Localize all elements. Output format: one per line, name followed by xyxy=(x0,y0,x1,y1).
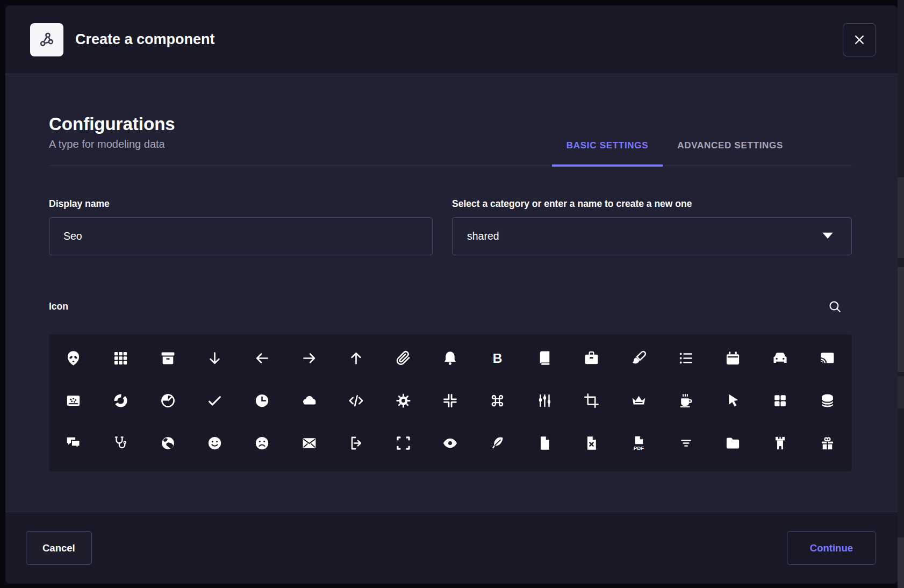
icon-option-apps-icon[interactable] xyxy=(97,337,145,379)
icon-option-crop-icon[interactable] xyxy=(568,379,615,422)
icon-option-database-icon[interactable] xyxy=(803,379,851,422)
icon-option-cast-icon[interactable] xyxy=(803,337,851,379)
icon-option-doctor-icon[interactable] xyxy=(97,422,145,464)
icon-option-cog-icon[interactable] xyxy=(380,379,427,422)
tab-advanced-settings[interactable]: ADVANCED SETTINGS xyxy=(663,140,798,166)
category-select-value: shared xyxy=(467,230,499,242)
search-icon xyxy=(828,299,842,314)
icon-option-eye-icon[interactable] xyxy=(427,422,474,464)
icon-option-calendar-icon[interactable] xyxy=(709,337,757,379)
modal-body: Configurations A type for modeling data … xyxy=(5,74,898,512)
icon-option-check-icon[interactable] xyxy=(191,379,239,422)
category-field-group: Select a category or enter a name to cre… xyxy=(452,198,852,255)
icon-option-alien-icon[interactable] xyxy=(50,337,97,379)
svg-text:PDF: PDF xyxy=(634,445,644,451)
page-title: Configurations xyxy=(49,114,175,134)
icon-option-file-icon[interactable] xyxy=(521,422,568,464)
chevron-down-icon xyxy=(820,231,835,241)
icon-grid: BPDF xyxy=(49,334,852,471)
modal-footer: Cancel Continue xyxy=(5,512,898,584)
icon-option-attachment-icon[interactable] xyxy=(380,337,427,379)
heading-text: Configurations A type for modeling data xyxy=(49,114,175,166)
icon-option-crown-icon[interactable] xyxy=(615,379,663,422)
icon-option-dashboard-icon[interactable] xyxy=(757,379,804,422)
icon-option-folder-icon[interactable] xyxy=(709,422,757,464)
icon-option-chart-bubble-icon[interactable] xyxy=(50,379,97,422)
icon-option-collapse-icon[interactable] xyxy=(427,379,474,422)
icon-option-arrow-down-icon[interactable] xyxy=(191,337,239,379)
icon-option-chart-pie-icon[interactable] xyxy=(144,379,191,422)
component-icon xyxy=(30,23,63,56)
icon-option-bold-icon[interactable]: B xyxy=(474,337,521,379)
category-select[interactable]: shared xyxy=(452,217,852,255)
icon-option-emotion-happy-icon[interactable] xyxy=(191,422,239,464)
category-label: Select a category or enter a name to cre… xyxy=(452,198,852,210)
tab-basic-settings[interactable]: BASIC SETTINGS xyxy=(552,140,663,166)
icon-option-envelop-icon[interactable] xyxy=(285,422,333,464)
icon-option-brush-icon[interactable] xyxy=(615,337,663,379)
close-icon xyxy=(851,32,867,48)
svg-text:B: B xyxy=(493,350,503,365)
icon-label-row: Icon xyxy=(49,299,852,314)
modal-header: Create a component xyxy=(5,5,898,74)
icon-option-car-icon[interactable] xyxy=(757,337,804,379)
display-name-field-group: Display name xyxy=(49,198,433,255)
page-subtitle: A type for modeling data xyxy=(49,138,175,150)
icon-option-cursor-icon[interactable] xyxy=(709,379,757,422)
icon-option-file-pdf-icon[interactable]: PDF xyxy=(615,422,663,464)
icon-option-arrow-left-icon[interactable] xyxy=(239,337,286,379)
icon-option-connector-icon[interactable] xyxy=(521,379,568,422)
tabs: BASIC SETTINGS ADVANCED SETTINGS xyxy=(552,140,798,166)
icon-option-earth-icon[interactable] xyxy=(144,422,191,464)
create-component-modal: Create a component Configurations A type… xyxy=(5,5,898,584)
icon-search-button[interactable] xyxy=(828,299,842,314)
icon-option-book-icon[interactable] xyxy=(521,337,568,379)
icon-option-emotion-unhappy-icon[interactable] xyxy=(239,422,286,464)
icon-option-arrow-up-icon[interactable] xyxy=(333,337,380,379)
background-page-strip xyxy=(898,0,904,588)
icon-option-code-icon[interactable] xyxy=(333,379,380,422)
icon-option-bullet-list-icon[interactable] xyxy=(662,337,709,379)
icon-option-briefcase-icon[interactable] xyxy=(568,337,615,379)
icon-option-arrow-right-icon[interactable] xyxy=(285,337,333,379)
form-row: Display name Select a category or enter … xyxy=(49,198,852,255)
icon-option-file-error-icon[interactable] xyxy=(568,422,615,464)
icon-picker-label: Icon xyxy=(49,301,68,312)
icon-option-exit-icon[interactable] xyxy=(333,422,380,464)
icon-option-clock-icon[interactable] xyxy=(239,379,286,422)
modal-title: Create a component xyxy=(75,31,215,48)
icon-option-chart-circle-icon[interactable] xyxy=(97,379,145,422)
cancel-button[interactable]: Cancel xyxy=(26,531,92,565)
icon-option-feather-icon[interactable] xyxy=(474,422,521,464)
icon-option-cup-icon[interactable] xyxy=(662,379,709,422)
icon-option-filter-icon[interactable] xyxy=(662,422,709,464)
icon-option-expand-icon[interactable] xyxy=(380,422,427,464)
display-name-label: Display name xyxy=(49,198,433,210)
continue-button[interactable]: Continue xyxy=(787,531,876,565)
icon-option-cloud-icon[interactable] xyxy=(285,379,333,422)
icon-option-command-icon[interactable] xyxy=(474,379,521,422)
display-name-input[interactable] xyxy=(49,217,433,255)
close-button[interactable] xyxy=(843,23,876,56)
icon-option-bell-icon[interactable] xyxy=(427,337,474,379)
icon-picker-section: Icon BPDF xyxy=(49,299,852,471)
icon-option-gift-icon[interactable] xyxy=(803,422,851,464)
icon-option-archive-icon[interactable] xyxy=(144,337,191,379)
icon-option-gate-icon[interactable] xyxy=(757,422,804,464)
icon-option-discuss-icon[interactable] xyxy=(50,422,97,464)
heading-row: Configurations A type for modeling data … xyxy=(49,114,852,166)
